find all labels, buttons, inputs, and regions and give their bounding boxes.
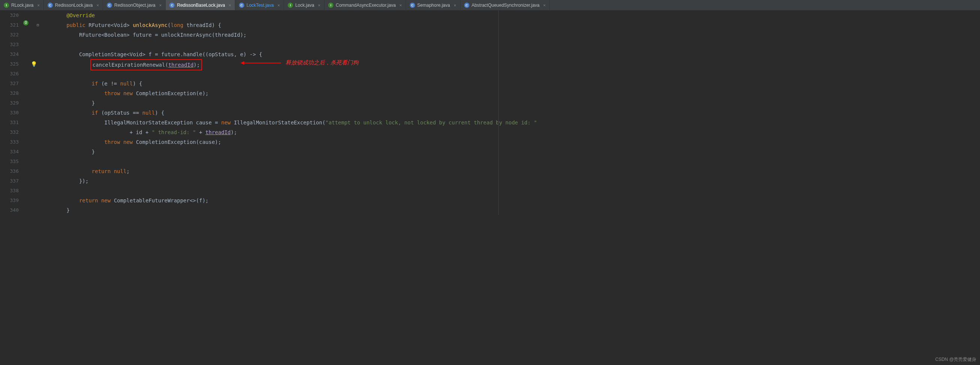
tab-label: RedissonObject.java: [114, 3, 156, 8]
line-number: 325: [0, 59, 19, 69]
gutter-row: [22, 128, 41, 137]
close-icon[interactable]: ×: [37, 3, 39, 8]
code-token: unlockInnerAsync(threadId);: [161, 32, 247, 38]
code-line[interactable]: });: [41, 176, 980, 186]
close-icon[interactable]: ×: [399, 3, 402, 8]
gutter-row: 💡: [22, 59, 41, 69]
gutter-row: [22, 69, 41, 79]
tab-redissonlock[interactable]: CRedissonLock.java×: [44, 0, 103, 10]
code-token: ;: [127, 168, 130, 174]
code-line[interactable]: return null;: [41, 166, 980, 176]
highlighted-code-box: cancelExpirationRenewal(threadId);: [90, 59, 202, 70]
code-line[interactable]: [41, 40, 980, 49]
code-line[interactable]: + id + " thread-id: " + threadId);: [41, 128, 980, 137]
tab-label: RLock.java: [11, 3, 33, 8]
line-number: 336: [0, 166, 19, 176]
tab-locktest[interactable]: CLockTest.java×: [235, 0, 284, 10]
class-icon: C: [410, 3, 415, 8]
line-number: 322: [0, 30, 19, 40]
code-token: throw new: [105, 90, 136, 96]
class-icon: C: [169, 3, 175, 8]
line-number: 339: [0, 196, 19, 206]
tab-abstractqueuedsynchronizer[interactable]: CAbstractQueuedSynchronizer.java×: [460, 0, 550, 10]
class-icon: C: [239, 3, 244, 8]
gutter-row: [22, 49, 41, 59]
code-token: if: [92, 110, 101, 116]
gutter-row: [22, 196, 41, 206]
line-number: 335: [0, 157, 19, 166]
gutter-row: [22, 11, 41, 20]
tab-label: Lock.java: [295, 3, 314, 8]
code-token: CompletionStage<Void> f = future.handle(…: [79, 51, 262, 57]
right-margin-guide: [498, 11, 499, 215]
code-token: unlockAsync: [133, 22, 167, 28]
code-line[interactable]: [41, 186, 980, 196]
gutter-row: [22, 118, 41, 128]
code-line[interactable]: cancelExpirationRenewal(threadId);: [41, 59, 980, 69]
interface-icon: I: [328, 3, 333, 8]
code-line[interactable]: IllegalMonitorStateException cause = new…: [41, 118, 980, 128]
code-line[interactable]: return new CompletableFutureWrapper<>(f)…: [41, 196, 980, 206]
code-token: }: [66, 207, 69, 213]
code-line[interactable]: if (e != null) {: [41, 79, 980, 88]
tab-lock[interactable]: ILock.java×: [284, 0, 325, 10]
line-number: 323: [0, 40, 19, 49]
tab-label: LockTest.java: [247, 3, 274, 8]
code-token: ) {: [155, 110, 164, 116]
code-token: new: [221, 120, 234, 126]
close-icon[interactable]: ×: [453, 3, 456, 8]
gutter-row: [22, 79, 41, 88]
code-token: @Override: [66, 12, 95, 18]
tab-semaphore[interactable]: CSemaphore.java×: [406, 0, 460, 10]
line-number: 320: [0, 11, 19, 20]
close-icon[interactable]: ×: [159, 3, 161, 8]
code-line[interactable]: public RFuture<Void> unlockAsync(long th…: [41, 20, 980, 30]
gutter-row: [22, 176, 41, 186]
code-token: (e !=: [101, 81, 120, 86]
code-line[interactable]: throw new CompletionException(e);: [41, 88, 980, 98]
annotation-text: 释放锁成功之后，杀死看门狗: [285, 59, 358, 66]
code-line[interactable]: throw new CompletionException(cause);: [41, 137, 980, 147]
gutter-row: [22, 30, 41, 40]
line-number: 337: [0, 176, 19, 186]
close-icon[interactable]: ×: [278, 3, 280, 8]
fold-icon[interactable]: ⊟: [37, 20, 39, 30]
code-token: });: [79, 178, 88, 184]
close-icon[interactable]: ×: [229, 3, 231, 8]
override-icon[interactable]: O: [23, 20, 29, 26]
gutter-icons: O⊟💡: [22, 11, 41, 215]
code-line[interactable]: }: [41, 147, 980, 157]
code-area[interactable]: 释放锁成功之后，杀死看门狗 @Override public RFuture<V…: [41, 11, 980, 215]
gutter-row: [22, 40, 41, 49]
tab-redissonobject[interactable]: CRedissonObject.java×: [103, 0, 166, 10]
code-line[interactable]: }: [41, 206, 980, 215]
class-icon: C: [107, 3, 112, 8]
line-number: 330: [0, 108, 19, 118]
code-token: );: [194, 62, 200, 68]
gutter-row: [22, 137, 41, 147]
code-line[interactable]: RFuture<Boolean> future = unlockInnerAsy…: [41, 30, 980, 40]
code-token: CompletionException(cause);: [136, 139, 221, 145]
gutter-row: [22, 186, 41, 196]
code-token: long: [171, 22, 186, 28]
code-token: threadId: [205, 129, 231, 135]
close-icon[interactable]: ×: [318, 3, 320, 8]
code-line[interactable]: }: [41, 98, 980, 108]
code-line[interactable]: @Override: [41, 11, 980, 20]
close-icon[interactable]: ×: [543, 3, 546, 8]
code-token: if: [92, 81, 101, 86]
code-token: return: [92, 168, 114, 174]
line-number: 331: [0, 118, 19, 128]
tab-rlock[interactable]: IRLock.java×: [0, 0, 44, 10]
code-token: RFuture<Void>: [88, 22, 133, 28]
intention-bulb-icon[interactable]: 💡: [31, 59, 37, 69]
gutter-row: [22, 206, 41, 215]
code-line[interactable]: CompletionStage<Void> f = future.handle(…: [41, 49, 980, 59]
tab-redissonbaselock[interactable]: CRedissonBaseLock.java×: [165, 0, 235, 10]
close-icon[interactable]: ×: [97, 3, 99, 8]
arrow-icon: [243, 62, 281, 63]
code-token: throw new: [105, 139, 136, 145]
code-line[interactable]: if (opStatus == null) {: [41, 108, 980, 118]
tab-commandasyncexecutor[interactable]: ICommandAsyncExecutor.java×: [325, 0, 406, 10]
code-line[interactable]: [41, 157, 980, 166]
